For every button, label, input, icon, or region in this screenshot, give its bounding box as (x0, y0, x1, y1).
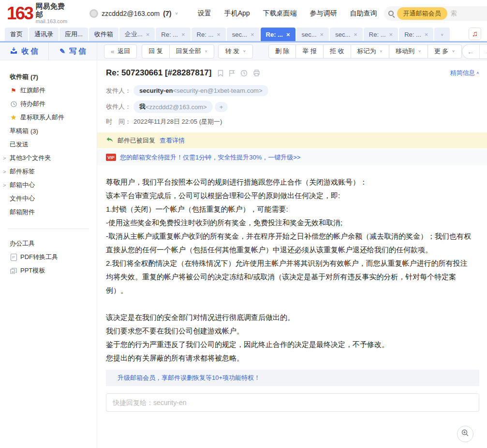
ppt-template-icon (10, 268, 17, 274)
close-icon[interactable]: × (146, 31, 150, 38)
add-recipient-button[interactable]: + (215, 102, 228, 112)
back-button[interactable]: «返回 (104, 44, 137, 58)
member-upgrade-promo[interactable]: 升级邮箱会员，享邮件误删恢复等10+项功能特权！ (106, 370, 479, 386)
close-icon[interactable]: × (320, 31, 324, 38)
tab-mail-4[interactable]: sec...× (227, 28, 260, 41)
quick-reply-input[interactable] (106, 393, 479, 412)
receive-mail-button[interactable]: 收 信 (0, 43, 49, 60)
search-icon (388, 11, 394, 16)
tab-home[interactable]: 首页 (5, 28, 28, 41)
tab-inbox[interactable]: 收件箱 (89, 28, 118, 41)
time-label: 时 间： (106, 117, 131, 126)
delete-button[interactable]: 删 除 (268, 44, 296, 58)
chevron-down-icon: ∨ (418, 49, 421, 53)
sidebar-item-mail-tags[interactable]: > 邮件标签 (0, 165, 97, 178)
chevron-up-icon: ∧ (476, 71, 479, 75)
close-icon[interactable]: × (251, 31, 254, 38)
close-icon[interactable]: × (425, 31, 428, 38)
drafts-count: (3) (30, 128, 38, 135)
tab-mail-7[interactable]: Re: ...× (364, 28, 398, 41)
folder-sidebar: 收件箱 (7) ⚑ 红旗邮件 待办邮件 ★ 星标联系人邮件 (0, 60, 97, 448)
nav-self-service[interactable]: 自助查询 (350, 9, 377, 18)
tab-mail-5[interactable]: sec...× (296, 28, 329, 41)
sidebar-item-todo[interactable]: 待办邮件 (0, 97, 97, 111)
quick-reply (106, 393, 479, 412)
collapse-info-link[interactable]: 精简信息 ∧ (450, 69, 479, 77)
reply-all-button[interactable]: 回复全部∨ (169, 44, 215, 58)
security-upgrade-link[interactable]: 您的邮箱安全待提升！仅需1分钟，安全性提升30%，一键升级>> (120, 153, 300, 162)
chevron-right-icon: > (3, 182, 10, 188)
sidebar-item-starred[interactable]: ★ 星标联系人邮件 (0, 111, 97, 124)
close-icon[interactable]: × (286, 31, 290, 38)
tab-mail-2[interactable]: Re: ...× (156, 28, 190, 41)
sidebar-item-ppt-template[interactable]: PPT模板 (0, 264, 97, 277)
logo[interactable]: 163 网易免费邮 mail.163.com (7, 2, 67, 25)
next-mail-button[interactable]: → (480, 44, 487, 58)
toolbar: 收 信 ✎ 写 信 «返回 回 复 回复全部∨ 转 发∨ 删 除 举 报 拒 收… (0, 43, 487, 60)
pencil-icon: ✎ (59, 48, 65, 55)
logo-subtitle: mail.163.com (36, 18, 67, 25)
from-row: 发件人： security-en <security-en@1xbet-team… (106, 85, 487, 96)
reply-button[interactable]: 回 复 (142, 44, 170, 58)
sidebar-item-mail-center[interactable]: > 邮箱中心 (0, 178, 97, 192)
bookmark-icon[interactable] (218, 70, 223, 77)
previous-mail-button[interactable]: ← (462, 44, 480, 58)
mark-as-button[interactable]: 标记为∨ (351, 44, 390, 58)
print-icon[interactable] (253, 70, 260, 76)
tab-contacts[interactable]: 通讯录 (29, 28, 59, 41)
search-input[interactable]: 开通邮箱会员 索 (384, 6, 487, 21)
view-detail-link[interactable]: 查看详情 (160, 136, 185, 145)
tab-bar: 首页 通讯录 应用... 收件箱 企业...× Re: ...× Re: ...… (0, 27, 487, 43)
magnifier-plus-icon (461, 429, 469, 439)
flag-icon[interactable] (229, 70, 235, 77)
pdf-file-icon: P (10, 254, 17, 261)
chevron-down-icon: ∨ (175, 11, 178, 15)
sidebar-item-drafts[interactable]: 草稿箱 (3) (0, 124, 97, 138)
close-icon[interactable]: × (181, 31, 185, 38)
move-to-button[interactable]: 移动到∨ (389, 44, 428, 58)
time-row: 时 间： 2022年11月28日 22:05 (星期一) (106, 117, 487, 126)
tab-mail-active[interactable]: Re: ...× (261, 28, 295, 41)
reject-button[interactable]: 拒 收 (323, 44, 351, 58)
sidebar-item-other-folders[interactable]: > 其他3个文件夹 (0, 151, 97, 165)
nav-mobile-app[interactable]: 手机App (224, 9, 250, 18)
chevron-down-icon: ∨ (440, 32, 443, 36)
nav-desktop-client[interactable]: 下载桌面端 (263, 9, 297, 18)
nav-survey[interactable]: 参与调研 (310, 9, 337, 18)
close-icon[interactable]: × (354, 31, 357, 38)
report-button[interactable]: 举 报 (295, 44, 324, 58)
tab-mail-8[interactable]: Re: ...× (399, 28, 433, 41)
zoom-in-button[interactable] (457, 426, 473, 442)
nav-settings[interactable]: 设置 (198, 9, 211, 18)
close-icon[interactable]: × (217, 31, 221, 38)
write-mail-button[interactable]: ✎ 写 信 (49, 43, 97, 60)
forward-button[interactable]: 转 发∨ (218, 44, 252, 58)
content: 收件箱 (7) ⚑ 红旗邮件 待办邮件 ★ 星标联系人邮件 (0, 60, 487, 448)
replied-banner: 邮件已被回复 查看详情 (97, 132, 487, 148)
sidebar-item-sent[interactable]: 已发送 (0, 138, 97, 151)
mail-actions: «返回 回 复 回复全部∨ 转 发∨ 删 除 举 报 拒 收 标记为∨ 移动到∨… (97, 43, 487, 60)
tab-overflow-button[interactable]: ∨ (434, 28, 449, 41)
sidebar-item-flagged[interactable]: ⚑ 红旗邮件 (0, 84, 97, 97)
tab-mail-1[interactable]: 企业...× (119, 28, 155, 41)
schedule-clock-icon[interactable] (240, 70, 248, 77)
music-icon[interactable]: ♫ (469, 28, 481, 40)
security-upgrade-banner: VIP 您的邮箱安全待提升！仅需1分钟，安全性提升30%，一键升级>> (97, 149, 487, 165)
to-contact-pill[interactable]: 我 <zzcddd2@163.com> (133, 101, 213, 113)
from-contact-pill[interactable]: security-en <security-en@1xbet-team.com> (133, 85, 268, 96)
clock-icon (10, 101, 17, 107)
tab-mail-6[interactable]: sec...× (330, 28, 363, 41)
sidebar-item-file-center[interactable]: 文件中心 (0, 192, 97, 205)
unread-count: (7) (163, 10, 171, 17)
vip-upgrade-button[interactable]: 开通邮箱会员 (397, 7, 447, 20)
sidebar-item-attachments[interactable]: 邮箱附件 (0, 205, 97, 219)
time-value: 2022年11月28日 22:05 (星期一) (133, 117, 222, 126)
tab-mail-3[interactable]: Re: ...× (192, 28, 226, 41)
tab-apps[interactable]: 应用... (59, 28, 88, 41)
more-button[interactable]: 更 多∨ (428, 44, 462, 58)
sidebar-item-pdf-tool[interactable]: P PDF转换工具 (0, 250, 97, 264)
reply-arrow-icon (106, 137, 113, 145)
account-menu[interactable]: zzcddd2@163.com (7) ∨ (89, 9, 178, 18)
close-icon[interactable]: × (389, 31, 393, 38)
sidebar-item-inbox[interactable]: 收件箱 (7) (0, 70, 97, 84)
